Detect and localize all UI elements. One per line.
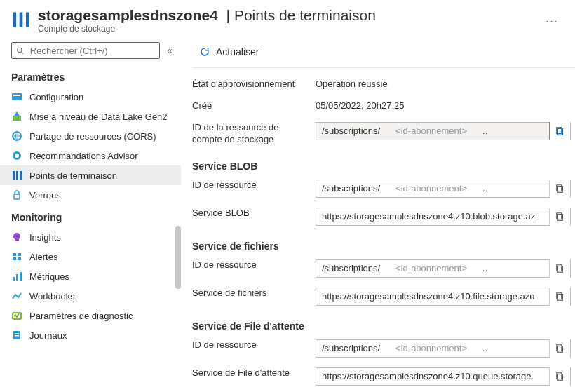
- svg-rect-1: [20, 13, 23, 27]
- svg-point-11: [15, 154, 19, 158]
- svg-rect-17: [18, 253, 21, 256]
- content-pane: Actualiser État d'approvisionnement Opér…: [181, 39, 575, 392]
- copy-button[interactable]: [549, 208, 570, 226]
- svg-point-3: [17, 48, 22, 53]
- svg-rect-15: [14, 194, 20, 199]
- diagnostic-icon: [11, 310, 22, 321]
- sidebar-label: Workbooks: [29, 291, 75, 302]
- sidebar-item-insights[interactable]: Insights: [0, 227, 181, 247]
- advisor-icon: [11, 150, 22, 161]
- section-settings: Paramètres: [0, 65, 181, 87]
- sidebar-label: Alertes: [29, 252, 58, 262]
- sidebar-item-advisor[interactable]: Recommandations Advisor: [0, 146, 181, 165]
- label-blob-endpoint: Service BLOB: [192, 208, 316, 219]
- alerts-icon: [11, 251, 22, 262]
- sidebar-label: Paramètres de diagnostic: [29, 311, 133, 321]
- label-blob-resid: ID de ressource: [192, 180, 316, 191]
- svg-rect-0: [13, 13, 16, 27]
- sidebar-label: Journaux: [29, 330, 67, 341]
- label-file-resid: ID de ressource: [192, 259, 316, 271]
- section-blob: Service BLOB: [192, 151, 575, 175]
- sidebar-item-cors[interactable]: Partage de ressources (CORS): [0, 126, 181, 146]
- refresh-label: Actualiser: [216, 46, 259, 58]
- sidebar-item-endpoints[interactable]: Points de terminaison: [0, 165, 181, 185]
- svg-rect-19: [18, 257, 21, 260]
- collapse-sidebar-button[interactable]: «: [167, 45, 172, 56]
- insights-icon: [11, 231, 22, 243]
- sidebar-item-locks[interactable]: Verrous: [0, 185, 181, 205]
- sidebar-label: Partage de ressources (CORS): [29, 131, 156, 142]
- svg-rect-6: [13, 95, 20, 96]
- label-file-endpoint: Service de fichiers: [192, 288, 316, 299]
- svg-line-4: [21, 51, 23, 53]
- field-blob-resid[interactable]: /subscriptions/ <id-abonnement> ..: [316, 180, 571, 198]
- svg-rect-2: [26, 13, 29, 27]
- metrics-icon: [11, 271, 22, 282]
- copy-button[interactable]: [549, 288, 570, 306]
- field-queue-endpoint[interactable]: https://storagesamplesdnszone4.z10.queue…: [316, 367, 571, 386]
- storage-account-icon: [11, 10, 31, 29]
- sidebar-label: Recommandations Advisor: [29, 151, 138, 161]
- copy-icon: [555, 344, 565, 353]
- resource-type-label: Compte de stockage: [38, 24, 376, 34]
- page-title: storagesamplesdnszone4 | Points de termi…: [38, 7, 376, 24]
- svg-rect-13: [16, 171, 18, 180]
- sidebar-item-datalake-upgrade[interactable]: Mise à niveau de Data Lake Gen2: [0, 107, 181, 126]
- section-file: Service de fichiers: [192, 231, 575, 255]
- sidebar-item-metrics[interactable]: Métriques: [0, 266, 181, 286]
- svg-rect-7: [13, 116, 21, 121]
- svg-rect-16: [13, 253, 16, 256]
- page-header: storagesamplesdnszone4 | Points de termi…: [0, 0, 575, 39]
- sidebar-label: Métriques: [29, 271, 69, 282]
- sidebar-label: Points de terminaison: [29, 170, 117, 181]
- field-file-resid[interactable]: /subscriptions/ <id-abonnement> ..: [316, 259, 571, 278]
- configuration-icon: [11, 91, 22, 102]
- search-input[interactable]: [29, 45, 155, 57]
- sidebar: « Paramètres Configuration Mise à niveau…: [0, 39, 181, 392]
- label-queue-resid: ID de ressource: [192, 339, 316, 351]
- refresh-icon: [199, 46, 210, 58]
- section-monitoring: Monitoring: [0, 205, 181, 227]
- sidebar-label: Insights: [29, 232, 61, 243]
- scrollbar-thumb[interactable]: [175, 226, 181, 289]
- cors-icon: [11, 130, 22, 142]
- copy-icon: [555, 212, 565, 222]
- value-created: 05/05/2022, 20h27:25: [316, 100, 575, 111]
- endpoints-icon: [11, 170, 22, 181]
- field-file-endpoint[interactable]: https://storagesamplesdnszone4.z10.file.…: [316, 288, 571, 306]
- field-account-resource-id[interactable]: /subscriptions/ <id-abonnement> ..: [316, 122, 571, 140]
- datalake-icon: [11, 111, 22, 122]
- sidebar-search[interactable]: [11, 42, 160, 59]
- copy-icon: [555, 292, 565, 302]
- svg-rect-18: [13, 257, 16, 260]
- sidebar-item-alerts[interactable]: Alertes: [0, 247, 181, 266]
- svg-rect-12: [13, 171, 15, 180]
- search-icon: [16, 46, 25, 55]
- copy-button[interactable]: [549, 259, 570, 278]
- copy-icon: [555, 372, 565, 381]
- sidebar-item-workbooks[interactable]: Workbooks: [0, 286, 181, 306]
- sidebar-label: Mise à niveau de Data Lake Gen2: [29, 111, 168, 122]
- label-queue-endpoint: Service de File d'attente: [192, 367, 316, 379]
- copy-button[interactable]: [549, 122, 570, 140]
- sidebar-item-diagnostic[interactable]: Paramètres de diagnostic: [0, 306, 181, 325]
- field-queue-resid[interactable]: /subscriptions/ <id-abonnement> ..: [316, 339, 571, 358]
- copy-icon: [555, 126, 565, 136]
- svg-marker-8: [14, 111, 20, 116]
- copy-button[interactable]: [549, 339, 570, 358]
- value-provisioning: Opération réussie: [316, 79, 575, 89]
- refresh-button[interactable]: Actualiser: [195, 43, 263, 60]
- sidebar-item-configuration[interactable]: Configuration: [0, 87, 181, 107]
- label-account-resource-id: ID de la ressource de compte de stockage: [192, 122, 316, 146]
- more-actions-button[interactable]: ···: [540, 11, 564, 32]
- svg-rect-5: [12, 93, 22, 100]
- copy-icon: [555, 184, 565, 194]
- label-created: Créé: [192, 100, 316, 112]
- svg-rect-22: [20, 272, 22, 281]
- workbooks-icon: [11, 290, 22, 302]
- field-blob-endpoint[interactable]: https://storagesamplesdnszone4.z10.blob.…: [316, 208, 571, 226]
- section-queue: Service de File d'attente: [192, 311, 575, 334]
- copy-button[interactable]: [549, 367, 570, 386]
- sidebar-item-logs[interactable]: Journaux: [0, 325, 181, 345]
- copy-button[interactable]: [549, 180, 570, 198]
